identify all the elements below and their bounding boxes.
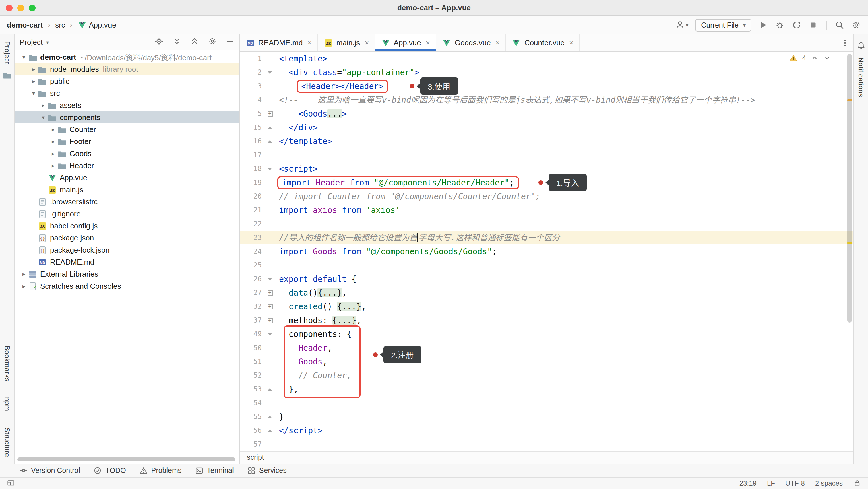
tree-chevron[interactable]: ▸: [49, 151, 57, 157]
code-line[interactable]: 3 <Header></Header>: [240, 79, 853, 93]
fold-marker[interactable]: [265, 382, 274, 396]
code-line[interactable]: 51 Goods,: [240, 355, 853, 368]
code-line[interactable]: 50 Header,: [240, 341, 853, 355]
code-line[interactable]: 57: [240, 437, 853, 451]
tree-chevron[interactable]: ▾: [20, 54, 28, 60]
inspection-widget[interactable]: 4: [789, 54, 831, 62]
search-everywhere-button[interactable]: [835, 20, 844, 30]
project-tree-item-browserslistrc[interactable]: .browserslistrc: [15, 196, 239, 208]
project-tree-item-gitignore[interactable]: .gitignore: [15, 208, 239, 220]
editor-tab-main-js[interactable]: JSmain.js×: [318, 34, 375, 51]
project-tree-item-src[interactable]: ▾src: [15, 87, 239, 99]
toolwindow-switcher-icon[interactable]: [7, 479, 15, 487]
status-23-19[interactable]: 23:19: [739, 479, 756, 487]
breadcrumb-item-app-vue[interactable]: App.vue: [89, 21, 116, 29]
close-tab-icon[interactable]: ×: [365, 38, 369, 47]
close-tab-icon[interactable]: ×: [307, 38, 312, 47]
debug-button[interactable]: [775, 20, 785, 30]
toolwindow-button-terminal[interactable]: Terminal: [195, 467, 234, 475]
tree-chevron[interactable]: ▸: [49, 138, 57, 144]
line-number[interactable]: 15: [240, 121, 265, 134]
code-line[interactable]: 32+ created() {...},: [240, 300, 853, 314]
line-number[interactable]: 51: [240, 355, 265, 368]
close-tab-icon[interactable]: ×: [495, 38, 500, 47]
line-number[interactable]: 23: [240, 231, 265, 244]
project-tree-item-node-modules[interactable]: ▸node_moduleslibrary root: [15, 63, 239, 75]
stop-button[interactable]: [808, 20, 818, 30]
run-configuration-select[interactable]: Current File ▾: [695, 19, 751, 31]
project-panel-title[interactable]: Project: [20, 38, 43, 46]
project-tree-item-components[interactable]: ▾components: [15, 111, 239, 123]
code-line[interactable]: 37+ methods: {...},: [240, 314, 853, 327]
toolwindow-button-project[interactable]: Project: [3, 41, 11, 64]
project-tree-item-footer[interactable]: ▸Footer: [15, 135, 239, 148]
code-line[interactable]: 16</template>: [240, 134, 853, 148]
toolwindow-button-version-control[interactable]: Version Control: [20, 467, 80, 475]
line-number[interactable]: 27: [240, 286, 265, 300]
toolwindow-button-structure[interactable]: Structure: [3, 427, 11, 457]
toolwindow-button-notifications[interactable]: Notifications: [857, 57, 865, 97]
fold-marker[interactable]: +: [265, 314, 274, 327]
code-line[interactable]: 22: [240, 217, 853, 231]
locate-file-button[interactable]: [154, 37, 164, 47]
code-line[interactable]: 49 components: {: [240, 327, 853, 341]
fold-marker[interactable]: +: [265, 300, 274, 314]
fold-marker[interactable]: [265, 272, 274, 286]
toolwindow-button-npm[interactable]: npm: [3, 397, 11, 412]
tree-chevron[interactable]: ▸: [29, 78, 38, 85]
tree-chevron[interactable]: ▸: [20, 283, 28, 289]
code-line[interactable]: 23//导入的组件名称一般都给它设置为首字母大写.这样和普通标签能有一个区分: [240, 231, 853, 244]
line-number[interactable]: 37: [240, 314, 265, 327]
code-line[interactable]: 27+ data(){...},: [240, 286, 853, 300]
editor-tab-goods-vue[interactable]: Goods.vue×: [436, 34, 506, 51]
hide-panel-button[interactable]: [226, 37, 235, 47]
line-number[interactable]: 5: [240, 107, 265, 121]
fold-marker[interactable]: [265, 162, 274, 175]
line-number[interactable]: 22: [240, 217, 265, 231]
line-number[interactable]: 49: [240, 327, 265, 341]
toolwindow-button-todo[interactable]: TODO: [94, 467, 126, 475]
tree-chevron[interactable]: ▾: [29, 90, 38, 96]
close-tab-icon[interactable]: ×: [426, 38, 430, 47]
code-line[interactable]: 24import Goods from "@/components/Goods/…: [240, 244, 853, 258]
code-line[interactable]: 20// import Counter from "@/components/C…: [240, 189, 853, 203]
fold-marker[interactable]: [265, 65, 274, 79]
tree-chevron[interactable]: ▸: [49, 126, 57, 133]
code-line[interactable]: 5+ <Goods...>: [240, 107, 853, 121]
line-number[interactable]: 26: [240, 272, 265, 286]
close-window-button[interactable]: [6, 5, 12, 11]
editor-tab-readme-md[interactable]: MDREADME.md×: [240, 34, 318, 51]
editor-tab-counter-vue[interactable]: Counter.vue×: [506, 34, 580, 51]
line-number[interactable]: 50: [240, 341, 265, 355]
minimize-window-button[interactable]: [17, 5, 24, 11]
code-editor[interactable]: 1<template>2 <div class="app-container">…: [240, 52, 853, 451]
line-number[interactable]: 20: [240, 189, 265, 203]
code-line[interactable]: 4<!-- 这里为啥一直要写v-bind呢因为在等号后面我们写的是js表达式,如…: [240, 93, 853, 107]
toolwindow-button-problems[interactable]: Problems: [140, 467, 182, 475]
line-number[interactable]: 53: [240, 382, 265, 396]
line-number[interactable]: 18: [240, 162, 265, 175]
line-number[interactable]: 25: [240, 258, 265, 272]
editor-tab-app-vue[interactable]: App.vue×: [375, 34, 436, 51]
collapse-all-button[interactable]: [190, 37, 199, 47]
profile-button[interactable]: [792, 20, 801, 30]
tree-chevron[interactable]: ▸: [20, 271, 28, 277]
tree-chevron[interactable]: ▸: [49, 162, 57, 169]
line-number[interactable]: 21: [240, 203, 265, 217]
close-tab-icon[interactable]: ×: [569, 38, 574, 47]
project-tree-item-counter[interactable]: ▸Counter: [15, 123, 239, 135]
line-number[interactable]: 4: [240, 93, 265, 107]
code-line[interactable]: 18<script>: [240, 162, 853, 175]
project-tree-item-demo-cart[interactable]: ▾demo-cart~/Downloads/资料/day5/资料/demo-ca…: [15, 51, 239, 63]
fold-marker[interactable]: [265, 121, 274, 134]
code-line[interactable]: 15 </div>: [240, 121, 853, 134]
user-account-button[interactable]: ▾: [675, 20, 688, 30]
project-tree-item-external-libraries[interactable]: ▸External Libraries: [15, 268, 239, 280]
code-line[interactable]: 26export default {: [240, 272, 853, 286]
project-tree-item-app-vue[interactable]: App.vue: [15, 172, 239, 184]
toolwindow-button-bookmarks[interactable]: Bookmarks: [3, 345, 11, 381]
breadcrumb-script[interactable]: script: [247, 453, 264, 461]
fold-marker[interactable]: +: [265, 107, 274, 121]
project-tree-item-package-json[interactable]: {}package.json: [15, 232, 239, 244]
line-number[interactable]: 1: [240, 52, 265, 65]
